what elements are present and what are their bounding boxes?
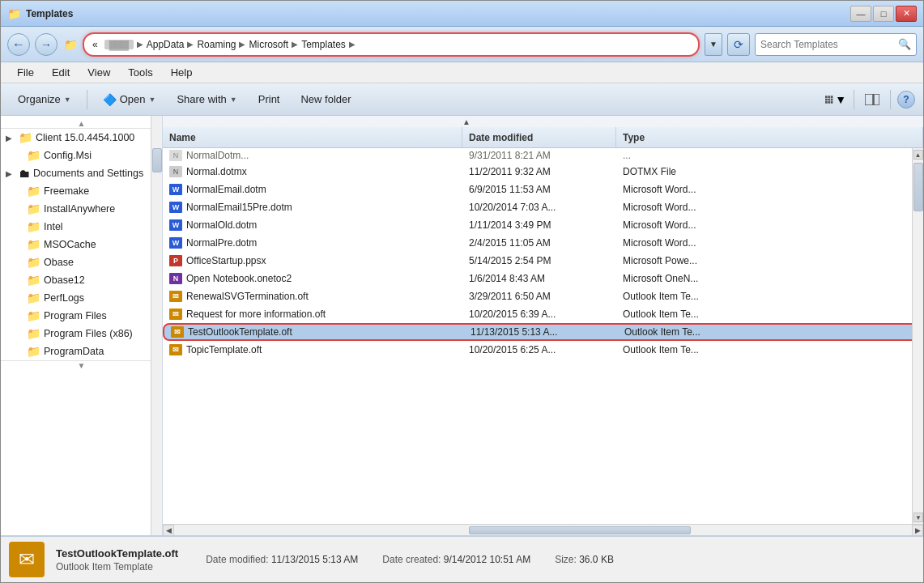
- file-cell-date-7: 1/6/2014 8:43 AM: [462, 273, 616, 284]
- file-name-9: Request for more information.oft: [186, 309, 326, 320]
- organize-button[interactable]: Organize ▼: [9, 88, 80, 111]
- menu-help[interactable]: Help: [163, 65, 201, 80]
- h-scroll-left-button[interactable]: ◀: [163, 525, 174, 536]
- file-row-1[interactable]: N Normal.dotmx 11/2/2011 9:32 AM DOTMX F…: [163, 163, 923, 181]
- file-cell-type-10: Outlook Item Te...: [618, 326, 922, 338]
- sidebar-scroll-down[interactable]: ▼: [1, 360, 162, 370]
- open-button[interactable]: 🔷 Open ▼: [94, 88, 165, 111]
- breadcrumb-arrow-2: ▶: [187, 40, 194, 49]
- file-name-2: NormalEmail.dotm: [186, 184, 266, 195]
- close-button[interactable]: ✕: [896, 6, 917, 22]
- menu-edit[interactable]: Edit: [44, 65, 78, 80]
- folder-icon-programdata: 📁: [27, 345, 40, 358]
- sidebar-item-perflogs[interactable]: 📁 PerfLogs: [1, 289, 162, 307]
- file-cell-type-7: Microsoft OneN...: [616, 273, 923, 284]
- address-breadcrumb[interactable]: « ▓▓▓ ▶ AppData ▶ Roaming ▶ Microsoft ▶ …: [83, 32, 700, 57]
- forward-button[interactable]: →: [35, 33, 57, 56]
- h-scroll-track[interactable]: [174, 526, 912, 534]
- sidebar-item-label-programfiles: Program Files: [44, 310, 107, 321]
- sidebar-item-msocache[interactable]: 📁 MSOCache: [1, 236, 162, 253]
- expand-arrow-docs: ▶: [6, 169, 15, 178]
- sidebar: ▲ ▶ 📁 Client 15.0.4454.1000 📁 Config.Msi…: [1, 116, 163, 535]
- file-name-10: TestOutlookTemplate.oft: [188, 326, 292, 338]
- file-row-5[interactable]: W NormalPre.dotm 2/4/2015 11:05 AM Micro…: [163, 234, 923, 252]
- file-icon-2: W: [169, 184, 182, 195]
- help-button[interactable]: ?: [897, 91, 915, 109]
- open-dropdown-arrow: ▼: [148, 96, 155, 104]
- file-name-4: NormalOld.dotm: [186, 219, 257, 231]
- file-cell-date-0: 9/31/2011 8:21 AM: [462, 150, 616, 161]
- sidebar-scrollbar[interactable]: [151, 116, 162, 535]
- scroll-down-btn[interactable]: ▼: [913, 513, 923, 522]
- file-cell-type-0: ...: [616, 150, 923, 161]
- breadcrumb-userpart: ▓▓▓: [104, 40, 134, 49]
- sidebar-item-programdata[interactable]: 📁 ProgramData: [1, 343, 162, 360]
- col-header-date[interactable]: Date modified: [462, 127, 616, 147]
- file-cell-name-7: N Open Notebook.onetoc2: [163, 273, 462, 284]
- status-file-icon: ✉: [9, 542, 45, 577]
- file-cell-type-8: Outlook Item Te...: [616, 291, 923, 302]
- sidebar-item-programfiles86[interactable]: 📁 Program Files (x86): [1, 325, 162, 343]
- file-row-10[interactable]: ✉ TestOutlookTemplate.oft 11/13/2015 5:1…: [163, 323, 923, 341]
- toolbar-separator-3: [890, 90, 891, 109]
- menu-file[interactable]: File: [9, 65, 42, 80]
- sidebar-item-docs[interactable]: ▶ 🖿 Documents and Settings: [1, 164, 162, 182]
- content-scrollbar[interactable]: ▲ ▼: [912, 148, 923, 524]
- file-row-11[interactable]: ✉ TopicTemplate.oft 10/20/2015 6:25 A...…: [163, 341, 923, 359]
- sidebar-scroll-up[interactable]: ▲: [1, 119, 162, 129]
- refresh-button[interactable]: ⟳: [727, 33, 750, 56]
- file-row-3[interactable]: W NormalEmail15Pre.dotm 10/20/2014 7:03 …: [163, 198, 923, 216]
- file-row-8[interactable]: ✉ RenewalSVGTermination.oft 3/29/2011 6:…: [163, 287, 923, 305]
- title-bar-left: 📁 Templates: [7, 7, 73, 20]
- file-name-11: TopicTemplate.oft: [186, 344, 262, 355]
- view-options-button[interactable]: ▼: [824, 88, 847, 111]
- preview-pane-button[interactable]: [861, 88, 884, 111]
- file-row-2[interactable]: W NormalEmail.dotm 6/9/2015 11:53 AM Mic…: [163, 181, 923, 198]
- status-date-created-value: 9/14/2012 10:51 AM: [444, 554, 530, 565]
- file-cell-type-11: Outlook Item Te...: [616, 344, 923, 355]
- menu-tools[interactable]: Tools: [120, 65, 160, 80]
- address-dropdown-button[interactable]: ▼: [705, 33, 722, 56]
- breadcrumb-arrow-4: ▶: [292, 40, 298, 49]
- status-date-created: Date created: 9/14/2012 10:51 AM: [382, 554, 530, 565]
- file-row-9[interactable]: ✉ Request for more information.oft 10/20…: [163, 305, 923, 323]
- sidebar-item-programfiles[interactable]: 📁 Program Files: [1, 307, 162, 325]
- file-cell-date-8: 3/29/2011 6:50 AM: [462, 291, 616, 302]
- back-button[interactable]: ←: [7, 33, 30, 56]
- sidebar-item-obase12[interactable]: 📁 Obase12: [1, 271, 162, 289]
- sidebar-item-obase[interactable]: 📁 Obase: [1, 253, 162, 271]
- breadcrumb-arrow-1: ▶: [137, 40, 143, 49]
- sidebar-item-freemake[interactable]: 📁 Freemake: [1, 182, 162, 200]
- h-scroll-right-button[interactable]: ▶: [912, 525, 923, 536]
- file-row-7[interactable]: N Open Notebook.onetoc2 1/6/2014 8:43 AM…: [163, 270, 923, 287]
- share-button[interactable]: Share with ▼: [168, 88, 245, 111]
- sidebar-item-configmsi[interactable]: 📁 Config.Msi: [1, 147, 162, 164]
- file-icon-9: ✉: [169, 309, 182, 320]
- file-row-0[interactable]: N NormalDotm... 9/31/2011 8:21 AM ...: [163, 148, 923, 163]
- print-label: Print: [258, 93, 280, 105]
- folder-icon-programfiles: 📁: [27, 309, 40, 322]
- view-grid-icon: [825, 94, 835, 105]
- file-cell-name-5: W NormalPre.dotm: [163, 237, 462, 249]
- minimize-button[interactable]: —: [850, 6, 871, 22]
- sidebar-item-intel[interactable]: 📁 Intel: [1, 218, 162, 236]
- search-icon[interactable]: 🔍: [898, 38, 911, 50]
- sort-arrow[interactable]: ▲: [462, 117, 471, 126]
- file-row-6[interactable]: P OfficeStartup.ppsx 5/14/2015 2:54 PM M…: [163, 252, 923, 270]
- sidebar-item-installanywhere[interactable]: 📁 InstallAnywhere: [1, 200, 162, 218]
- print-button[interactable]: Print: [249, 88, 289, 111]
- folder-icon-obase12: 📁: [27, 274, 40, 287]
- maximize-button[interactable]: □: [873, 6, 894, 22]
- sidebar-item-label-freemake: Freemake: [44, 185, 89, 197]
- sidebar-item-client[interactable]: ▶ 📁 Client 15.0.4454.1000: [1, 129, 162, 147]
- scroll-up-btn[interactable]: ▲: [913, 150, 923, 160]
- sidebar-scrollbar-thumb: [152, 148, 162, 172]
- breadcrumb-roaming: Roaming: [197, 39, 236, 50]
- new-folder-button[interactable]: New folder: [292, 88, 360, 111]
- col-header-type[interactable]: Type: [616, 127, 923, 147]
- file-row-4[interactable]: W NormalOld.dotm 1/11/2014 3:49 PM Micro…: [163, 216, 923, 234]
- col-header-name[interactable]: Name: [163, 127, 462, 147]
- menu-view[interactable]: View: [79, 65, 118, 80]
- share-label: Share with: [177, 93, 226, 105]
- search-input[interactable]: [760, 39, 898, 50]
